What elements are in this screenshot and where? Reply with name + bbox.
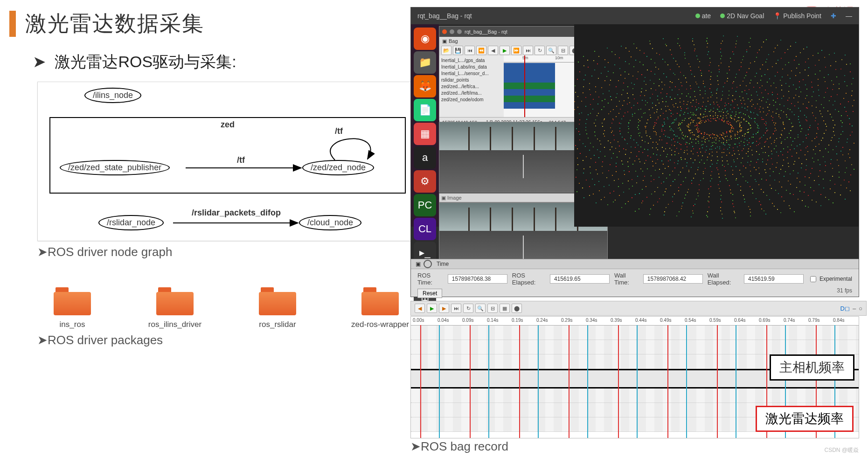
launcher-firefox-icon[interactable]: 🦊: [414, 75, 436, 97]
launcher-app-icon[interactable]: ▦: [414, 123, 436, 145]
ros-time-value: 1578987068.38: [448, 274, 507, 284]
thumb-tick: 0.34s: [586, 318, 597, 323]
launcher-pycharm-icon[interactable]: PC: [414, 194, 436, 216]
timeline-cursor[interactable]: [524, 56, 525, 117]
save-icon[interactable]: 💾: [453, 46, 463, 55]
launcher-files-icon[interactable]: 📁: [414, 51, 436, 74]
zoom-in-icon[interactable]: 🔍: [475, 304, 486, 313]
next-icon[interactable]: ▶: [439, 304, 449, 313]
experimental-checkbox[interactable]: Experimental: [808, 275, 852, 284]
step-back-icon[interactable]: ⏪: [476, 46, 486, 55]
ros-elapsed-value: 415619.65: [550, 274, 610, 284]
settings-dash-icon[interactable]: –: [853, 305, 856, 312]
thumb-tick: 0.59s: [709, 318, 721, 323]
checkbox[interactable]: [810, 276, 816, 282]
thumb-tick: 0.14s: [487, 318, 498, 323]
thumb-tick: 0.84s: [833, 318, 844, 323]
caption-graph: ➤ROS driver node graph: [37, 245, 420, 259]
maximize-icon[interactable]: [457, 29, 462, 34]
folder-icon: [54, 287, 91, 315]
tool-minus[interactable]: —: [846, 12, 852, 20]
watermark: CSDN @暖焱: [824, 446, 859, 454]
launcher-clion-icon[interactable]: CL: [414, 218, 436, 240]
track: [504, 69, 555, 76]
launcher-amazon-icon[interactable]: a: [414, 146, 436, 169]
folder-label: ins_ros: [60, 320, 85, 329]
wall-time-value: 1578987068.42: [643, 274, 703, 284]
play-icon[interactable]: ▶: [427, 304, 437, 313]
open-icon[interactable]: 📂: [441, 46, 451, 55]
topic-item[interactable]: rslidar_points: [441, 77, 502, 83]
thumb-tick: 0.74s: [784, 318, 795, 323]
thumbnails-icon[interactable]: ▦: [500, 304, 510, 313]
caption-packages: ➤ROS driver packages: [37, 333, 420, 347]
topic-item[interactable]: zed/zed.../left/ca...: [441, 83, 502, 90]
sub-heading: ➤ 激光雷达ROS驱动与采集:: [33, 51, 236, 73]
skip-start-icon[interactable]: ⏮: [465, 46, 475, 55]
zoom-in-icon[interactable]: 🔍: [546, 46, 556, 55]
thumb-row: [411, 340, 859, 354]
topic-item[interactable]: zed/zed_node/odom: [441, 97, 502, 103]
thumb-toolbar: ◀ ▶ ▶ ⏭ ↻ 🔍 ⊟ ▦ ⬤ D◻ – ○: [410, 301, 867, 316]
record-icon[interactable]: ⬤: [512, 304, 522, 313]
plus-icon: ✚: [831, 12, 836, 20]
prev-icon[interactable]: ◀: [488, 46, 498, 55]
rviz-title: rqt_bag__Bag - rqt: [417, 12, 686, 20]
play-icon[interactable]: ▶: [500, 46, 510, 55]
track: [504, 83, 555, 89]
thumb-row: [411, 389, 859, 403]
zoom-out-icon[interactable]: ⊟: [558, 46, 568, 55]
tool-publish-point[interactable]: 📍Publish Point: [773, 12, 821, 20]
reset-button[interactable]: Reset: [417, 289, 442, 298]
bag-label: Bag: [449, 38, 458, 44]
ros-elapsed-label: ROS Elapsed:: [512, 272, 545, 286]
expand-icon[interactable]: ▣: [416, 261, 421, 267]
topic-list[interactable]: Inertial_L.../gps_data Inertial_Labs/ins…: [439, 56, 504, 117]
skip-end-icon[interactable]: ⏭: [523, 46, 533, 55]
topic-item[interactable]: Inertial_L.../sensor_d...: [441, 70, 502, 77]
loop-icon[interactable]: ↻: [535, 46, 545, 55]
track: [504, 102, 555, 109]
edge-label-tf1: /tf: [237, 155, 245, 165]
expand-icon[interactable]: ▣: [441, 195, 446, 201]
prev-icon[interactable]: ◀: [415, 304, 425, 313]
folder-ros-ilins-driver[interactable]: ros_ilins_driver: [140, 287, 210, 329]
dock-icon[interactable]: D◻: [840, 305, 850, 312]
tool-estimate[interactable]: ate: [695, 12, 711, 20]
track: [504, 96, 555, 102]
skip-end-icon[interactable]: ⏭: [451, 304, 461, 313]
thumb-tick: 0.09s: [462, 318, 473, 323]
annotation-lidar-freq: 激光雷达频率: [756, 406, 854, 432]
launcher-doc-icon[interactable]: 📄: [414, 99, 436, 121]
step-fwd-icon[interactable]: ⏩: [511, 46, 521, 55]
thumb-tick: 0.04s: [437, 318, 449, 323]
loop-icon[interactable]: ↻: [463, 304, 473, 313]
caption-bag: ➤ROS bag record: [410, 439, 508, 454]
close-icon[interactable]: [442, 29, 447, 34]
thumb-tick: 0.79s: [808, 318, 819, 323]
expand-icon[interactable]: ▣: [442, 38, 447, 44]
thumb-tick: 0.64s: [734, 318, 745, 323]
pin-icon: 📍: [773, 12, 781, 20]
launcher-ubuntu-icon[interactable]: ◉: [414, 28, 436, 50]
caption-packages-text: ROS driver packages: [48, 333, 163, 347]
wall-elapsed-label: Wall Elapsed:: [708, 272, 739, 286]
topic-item[interactable]: zed/zed.../left/ima...: [441, 90, 502, 97]
collapse-icon[interactable]: ○: [859, 305, 862, 312]
tool-2d-nav-goal[interactable]: 2D Nav Goal: [720, 12, 764, 20]
zoom-out-icon[interactable]: ⊟: [487, 304, 498, 313]
estimate-icon: [695, 14, 700, 18]
lidar-pointcloud-view[interactable]: [574, 24, 859, 227]
tool-plus[interactable]: ✚: [831, 12, 836, 20]
topic-item[interactable]: Inertial_Labs/ins_data: [441, 64, 502, 70]
folder-ros-rslidar[interactable]: ros_rslidar: [243, 287, 312, 329]
thumb-tick: 0.24s: [536, 318, 548, 323]
folder-ins-ros[interactable]: ins_ros: [37, 287, 107, 329]
edge-rslidar: [173, 217, 304, 231]
minimize-icon[interactable]: [450, 29, 454, 34]
track: [504, 89, 555, 96]
folder-icon: [361, 287, 399, 315]
topic-item[interactable]: Inertial_L.../gps_data: [441, 57, 502, 64]
folder-zed-ros-wrapper[interactable]: zed-ros-wrapper: [345, 287, 415, 329]
launcher-settings-icon[interactable]: ⚙: [414, 170, 436, 193]
